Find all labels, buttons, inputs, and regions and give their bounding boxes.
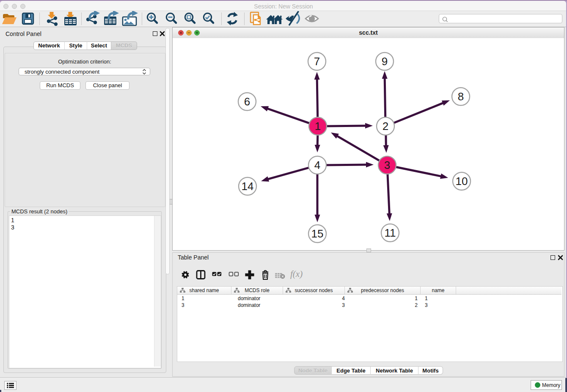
svg-text:8: 8 <box>458 90 464 103</box>
svg-text:9: 9 <box>382 55 388 68</box>
svg-text:10: 10 <box>456 175 468 188</box>
svg-text:7: 7 <box>314 55 320 68</box>
svg-text:15: 15 <box>311 227 324 240</box>
svg-text:1: 1 <box>315 120 321 133</box>
svg-text:14: 14 <box>242 180 254 193</box>
svg-text:2: 2 <box>383 120 388 133</box>
svg-text:3: 3 <box>384 159 390 171</box>
svg-text:4: 4 <box>314 159 320 171</box>
svg-text:11: 11 <box>385 226 396 239</box>
svg-text:6: 6 <box>244 95 250 108</box>
